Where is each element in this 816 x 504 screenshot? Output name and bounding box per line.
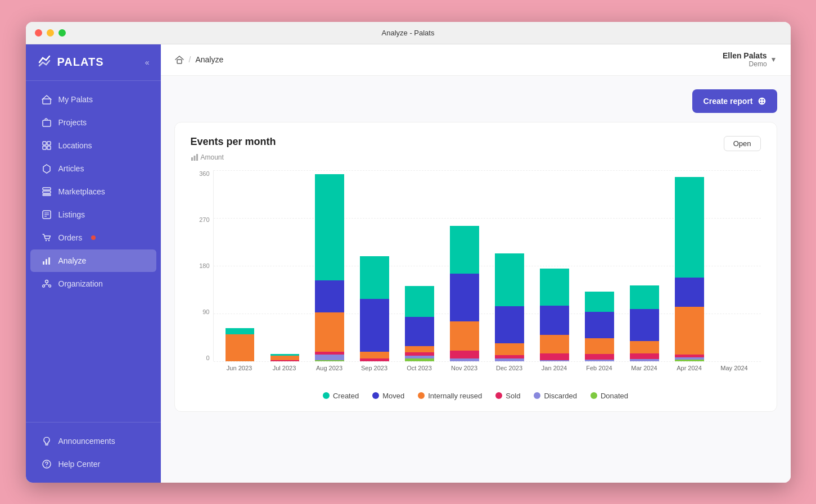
sidebar-item-help-center[interactable]: Help Center xyxy=(30,453,156,475)
legend-color-created xyxy=(323,392,330,399)
bar-stack xyxy=(360,256,389,361)
sidebar-label-analyze: Analyze xyxy=(58,256,87,265)
legend-item-created: Created xyxy=(323,392,359,400)
bar-segment-moved xyxy=(405,317,434,346)
legend-item-donated: Donated xyxy=(590,392,628,400)
sidebar-label-announcements: Announcements xyxy=(58,437,115,446)
sidebar-item-organization[interactable]: Organization xyxy=(30,273,156,295)
bar-group xyxy=(219,170,261,361)
home-icon[interactable] xyxy=(174,55,184,65)
svg-line-24 xyxy=(47,284,49,285)
sidebar-header: PALATS « xyxy=(26,44,161,81)
bar-stack xyxy=(495,253,524,361)
bar-segment-ir xyxy=(495,343,524,355)
close-button[interactable] xyxy=(35,29,42,37)
svg-rect-30 xyxy=(193,156,195,161)
bar-segment-moved xyxy=(495,306,524,343)
bar-group xyxy=(264,170,305,361)
bars-container xyxy=(214,170,761,361)
user-info-text: Ellen Palats Demo xyxy=(723,51,767,68)
bar-group xyxy=(309,170,350,361)
sidebar-item-orders[interactable]: Orders xyxy=(30,226,156,249)
svg-point-27 xyxy=(46,466,47,467)
x-axis-label: Mar 2024 xyxy=(624,365,665,371)
bar-segment-sold xyxy=(630,353,659,358)
x-axis-label: Jul 2023 xyxy=(264,365,305,371)
svg-point-15 xyxy=(48,239,49,240)
bar-segment-sold xyxy=(450,351,479,358)
bar-segment-created xyxy=(540,269,569,306)
collapse-button[interactable]: « xyxy=(145,58,150,67)
bar-segment-sold xyxy=(585,354,614,359)
x-axis-label: May 2024 xyxy=(714,365,755,371)
svg-rect-5 xyxy=(47,146,51,149)
bar-segment-discarded xyxy=(315,355,344,360)
bar-segment-ir xyxy=(540,335,569,353)
sidebar-label-projects: Projects xyxy=(58,118,87,127)
svg-rect-4 xyxy=(43,146,46,149)
bar-group xyxy=(624,170,665,361)
bar-stack xyxy=(540,269,569,361)
svg-rect-18 xyxy=(48,257,50,265)
bar-segment-moved xyxy=(585,312,614,338)
sidebar-item-analyze[interactable]: Analyze xyxy=(30,249,156,272)
sidebar-item-my-palats[interactable]: My Palats xyxy=(30,88,156,111)
bar-segment-moved xyxy=(675,278,704,307)
bar-segment-ir xyxy=(585,338,614,354)
legend-item-discarded: Discarded xyxy=(534,392,577,400)
legend-label-created: Created xyxy=(333,392,359,400)
sidebar-item-marketplaces[interactable]: Marketplaces xyxy=(30,180,156,203)
bar-segment-created xyxy=(450,226,479,274)
create-report-button[interactable]: Create report ⊕ xyxy=(692,89,777,113)
legend-label-sold: Sold xyxy=(506,392,520,400)
user-menu-chevron: ▼ xyxy=(770,56,777,63)
sidebar-label-locations: Locations xyxy=(58,141,92,150)
sidebar-item-projects[interactable]: Projects xyxy=(30,111,156,134)
legend-item-sold: Sold xyxy=(495,392,520,400)
sidebar-label-marketplaces: Marketplaces xyxy=(58,187,105,196)
bar-segment-created xyxy=(226,328,255,334)
logo: PALATS xyxy=(37,55,104,70)
bar-segment-ir xyxy=(405,346,434,352)
main-content: / Analyze Ellen Palats Demo ▼ Create rep… xyxy=(161,44,791,483)
legend-label-internally-reused: Internally reused xyxy=(428,392,482,400)
y-axis: 360270180900 xyxy=(191,170,213,361)
sidebar-label-listings: Listings xyxy=(58,210,85,219)
sidebar-item-locations[interactable]: Locations xyxy=(30,134,156,157)
maximize-button[interactable] xyxy=(58,29,66,37)
bar-group xyxy=(489,170,530,361)
x-axis-label: Oct 2023 xyxy=(399,365,440,371)
minimize-button[interactable] xyxy=(47,29,54,37)
sidebar-label-orders: Orders xyxy=(58,233,83,242)
sidebar-nav: My Palats Projects xyxy=(26,81,161,422)
sidebar-item-listings[interactable]: Listings xyxy=(30,203,156,226)
bar-stack xyxy=(630,285,659,361)
bar-segment-ir xyxy=(226,334,255,361)
user-menu[interactable]: Ellen Palats Demo ▼ xyxy=(723,51,777,68)
breadcrumb-page: Analyze xyxy=(195,55,223,64)
y-axis-label: 180 xyxy=(199,262,209,269)
bar-segment-ir xyxy=(271,356,300,360)
bar-group xyxy=(399,170,440,361)
x-axis-label: Jan 2024 xyxy=(534,365,575,371)
bar-segment-created xyxy=(405,286,434,317)
orders-badge xyxy=(91,235,96,240)
open-button[interactable]: Open xyxy=(724,136,761,151)
legend-label-moved: Moved xyxy=(382,392,404,400)
sidebar-item-articles[interactable]: Articles xyxy=(30,157,156,180)
bar-segment-moved xyxy=(360,299,389,352)
y-axis-label: 90 xyxy=(202,308,209,315)
bar-chart-icon xyxy=(191,153,199,161)
title-bar: Analyze - Palats xyxy=(26,22,791,44)
legend-color-donated xyxy=(590,392,597,399)
legend-color-moved xyxy=(372,392,379,399)
sidebar-item-announcements[interactable]: Announcements xyxy=(30,430,156,452)
bar-stack xyxy=(271,354,300,361)
bar-group xyxy=(354,170,395,361)
chart-legend: CreatedMovedInternally reusedSoldDiscard… xyxy=(191,392,761,400)
sidebar-label-articles: Articles xyxy=(58,164,84,173)
bar-stack xyxy=(450,226,479,361)
chart-area xyxy=(213,170,761,361)
bar-stack xyxy=(585,292,614,361)
sidebar-label-my-palats: My Palats xyxy=(58,95,93,104)
